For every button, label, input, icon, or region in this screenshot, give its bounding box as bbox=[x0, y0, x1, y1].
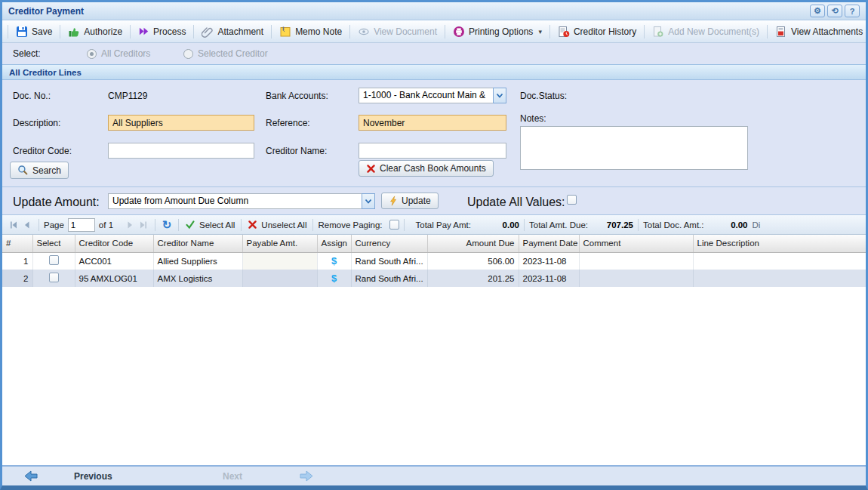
notes-textarea[interactable] bbox=[520, 126, 748, 170]
col-header-line-description[interactable]: Line Description bbox=[693, 235, 866, 252]
row-select-checkbox[interactable] bbox=[49, 273, 59, 282]
comment-cell[interactable] bbox=[579, 252, 693, 270]
update-amount-value: Update from Amount Due Column bbox=[108, 193, 362, 209]
description-input[interactable] bbox=[108, 115, 254, 131]
help-button[interactable]: ? bbox=[845, 5, 860, 17]
green-check-icon bbox=[185, 220, 195, 230]
currency-cell[interactable]: Rand South Afri... bbox=[351, 252, 427, 270]
comment-cell[interactable] bbox=[579, 270, 693, 287]
save-label: Save bbox=[32, 26, 52, 37]
creditor-name-input[interactable] bbox=[359, 143, 506, 159]
next-page-button[interactable] bbox=[123, 218, 137, 232]
col-header-creditor-code[interactable]: Creditor Code bbox=[75, 235, 153, 252]
row-select-checkbox[interactable] bbox=[49, 255, 59, 265]
all-creditors-radio[interactable]: All Creditors bbox=[87, 48, 150, 59]
authorize-button[interactable]: Authorize bbox=[63, 23, 128, 40]
col-header-payable-amt[interactable]: Payable Amt. bbox=[242, 235, 317, 252]
view-attachments-button[interactable]: View Attachments bbox=[770, 23, 868, 40]
col-header-select[interactable]: Select bbox=[32, 235, 75, 252]
amount-due-cell[interactable]: 201.25 bbox=[427, 270, 519, 287]
printing-options-button[interactable]: Printing Options ▾ bbox=[448, 23, 547, 40]
view-document-button[interactable]: View Document bbox=[352, 23, 442, 40]
col-header-creditor-name[interactable]: Creditor Name bbox=[153, 235, 242, 252]
payable-amt-cell[interactable] bbox=[242, 252, 317, 270]
first-page-icon bbox=[9, 220, 18, 230]
memo-note-button[interactable]: Memo Note bbox=[274, 23, 347, 40]
col-header-num[interactable]: # bbox=[2, 235, 32, 252]
save-button[interactable]: Save bbox=[11, 23, 57, 40]
assign-dollar-icon[interactable]: $ bbox=[331, 273, 337, 284]
update-all-values-checkbox[interactable] bbox=[567, 195, 577, 205]
unselect-all-button[interactable]: Unselect All bbox=[246, 220, 308, 230]
creditor-select-row: Select: All Creditors Selected Creditor bbox=[2, 43, 866, 64]
payment-date-cell[interactable]: 2023-11-08 bbox=[519, 252, 579, 270]
add-new-documents-button[interactable]: Add New Document(s) bbox=[647, 23, 765, 40]
next-page-icon bbox=[125, 220, 134, 230]
amount-due-cell[interactable]: 506.00 bbox=[427, 252, 519, 270]
payable-amt-cell[interactable] bbox=[242, 270, 317, 287]
line-description-cell[interactable] bbox=[693, 252, 866, 270]
process-button[interactable]: Process bbox=[133, 23, 191, 39]
creditor-code-cell[interactable]: 95 AMXLOG01 bbox=[75, 270, 153, 287]
pager-separator bbox=[38, 219, 39, 231]
line-description-cell[interactable] bbox=[693, 270, 866, 287]
previous-arrow-button[interactable] bbox=[23, 470, 38, 482]
clear-cash-book-button[interactable]: Clear Cash Book Amounts bbox=[359, 160, 494, 177]
remove-paging-checkbox[interactable] bbox=[389, 220, 399, 230]
doc-no-value: CMP1129 bbox=[108, 91, 147, 101]
pager-gap bbox=[118, 219, 119, 231]
currency-cell[interactable]: Rand South Afri... bbox=[351, 270, 427, 287]
search-label: Search bbox=[32, 165, 61, 176]
grid-empty-area bbox=[2, 287, 866, 465]
table-row[interactable]: 2 95 AMXLOG01 AMX Logistics $ Rand South… bbox=[2, 270, 866, 287]
prev-page-button[interactable] bbox=[20, 218, 34, 232]
gear-icon: ⚙ bbox=[814, 6, 821, 16]
authorize-label: Authorize bbox=[84, 26, 122, 37]
last-page-button[interactable] bbox=[137, 218, 150, 232]
last-page-icon bbox=[139, 220, 148, 230]
col-header-currency[interactable]: Currency bbox=[351, 235, 427, 252]
col-header-comment[interactable]: Comment bbox=[579, 235, 693, 252]
next-arrow-button[interactable] bbox=[299, 470, 314, 482]
settings-button[interactable]: ⚙ bbox=[810, 5, 825, 17]
col-header-amount-due[interactable]: Amount Due bbox=[427, 235, 519, 252]
update-amount-label: Update Amount: bbox=[13, 196, 100, 209]
refresh-window-button[interactable]: ⟲ bbox=[827, 5, 842, 17]
assign-dollar-icon[interactable]: $ bbox=[331, 255, 337, 267]
attachment-button[interactable]: Attachment bbox=[196, 23, 269, 40]
col-header-assign[interactable]: Assign bbox=[317, 235, 351, 252]
creditor-code-input[interactable] bbox=[108, 143, 254, 159]
creditor-payment-form: Doc. No.: CMP1129 Bank Accounts: 1-1000 … bbox=[2, 80, 866, 186]
unselect-all-label: Unselect All bbox=[261, 220, 306, 230]
bank-accounts-combo[interactable]: 1-1000 - Bank Account Main & bbox=[359, 88, 506, 103]
assign-cell[interactable]: $ bbox=[317, 270, 351, 287]
question-icon: ? bbox=[850, 7, 855, 16]
total-pay-label: Total Pay Amt: bbox=[415, 220, 471, 230]
search-button[interactable]: Search bbox=[10, 162, 69, 179]
document-clock-icon bbox=[558, 26, 570, 38]
creditor-code-cell[interactable]: ACC001 bbox=[75, 252, 153, 270]
selected-creditor-radio[interactable]: Selected Creditor bbox=[183, 48, 268, 59]
previous-label[interactable]: Previous bbox=[74, 471, 112, 482]
creditor-name-cell[interactable]: AMX Logistics bbox=[153, 270, 242, 287]
payment-date-cell[interactable]: 2023-11-08 bbox=[519, 270, 579, 287]
lightning-icon bbox=[389, 196, 398, 206]
first-page-button[interactable] bbox=[7, 218, 20, 232]
assign-cell[interactable]: $ bbox=[317, 252, 351, 270]
creditor-name-cell[interactable]: Allied Suppliers bbox=[153, 252, 242, 270]
col-header-payment-date[interactable]: Payment Date bbox=[519, 235, 579, 252]
creditor-history-button[interactable]: Creditor History bbox=[553, 23, 642, 40]
titlebar-buttons: ⚙ ⟲ ? bbox=[808, 5, 860, 17]
update-button[interactable]: Update bbox=[381, 193, 439, 209]
update-amount-combo[interactable]: Update from Amount Due Column bbox=[108, 193, 375, 209]
window-title: Creditor Payment bbox=[8, 6, 84, 17]
select-all-button[interactable]: Select All bbox=[183, 220, 236, 230]
update-amount-dropdown-button[interactable] bbox=[362, 193, 375, 209]
bank-accounts-dropdown-button[interactable] bbox=[493, 88, 506, 103]
reference-input[interactable] bbox=[359, 115, 506, 131]
table-row[interactable]: 1 ACC001 Allied Suppliers $ Rand South A… bbox=[2, 252, 866, 270]
next-label[interactable]: Next bbox=[223, 471, 242, 482]
radio-unselected-icon bbox=[183, 49, 193, 59]
refresh-grid-button[interactable]: ↻ bbox=[160, 218, 174, 232]
page-number-input[interactable] bbox=[68, 218, 95, 232]
